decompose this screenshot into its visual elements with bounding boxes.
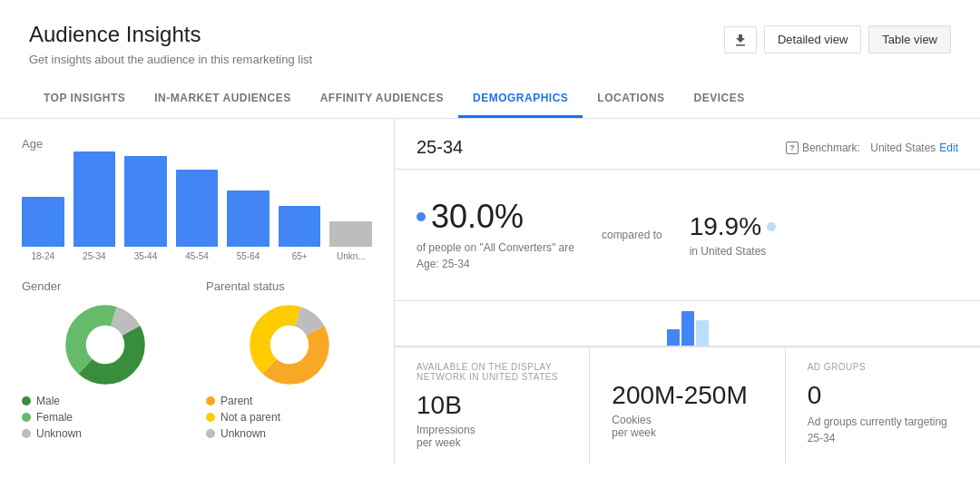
legend-parent: Parent [206,395,372,407]
benchmark-info: ? Benchmark: United States Edit [786,142,958,154]
bar-45-54-fill [176,170,219,247]
main-content: Age 18-24 25-34 35-44 45-54 [0,119,980,464]
secondary-percent-value: 19.9% [690,212,761,241]
main-percent: 30.0% [416,198,574,236]
bar-65plus-fill [279,206,321,247]
tab-in-market[interactable]: IN-MARKET AUDIENCES [140,81,305,118]
bar-unknown-label: Unkn... [337,251,366,261]
ad-groups-group: AD GROUPS 0 Ad groups currently targetin… [786,347,980,464]
bar-25-34-label: 25-34 [83,251,106,261]
download-button[interactable] [724,26,757,54]
tab-devices[interactable]: DEVICES [680,81,760,118]
bar-55-64: 55-64 [227,190,270,261]
secondary-desc: in United States [690,245,776,258]
legend-female: Female [22,411,188,424]
tab-demographics[interactable]: DEMOGRAPHICS [458,81,583,118]
bar-unknown-fill [329,221,372,247]
available-label: AVAILABLE ON THE DISPLAY NETWORK IN UNIT… [416,362,567,382]
tab-affinity[interactable]: AFFINITY AUDIENCES [306,81,458,118]
page-header: Audience Insights Get insights about the… [0,0,980,81]
cookies-group: 200M-250M Cookies per week [590,347,785,464]
benchmark-country: United States [870,142,936,154]
benchmark-icon: ? [786,142,799,154]
charts-row: Gender Male [22,279,372,440]
table-view-button[interactable]: Table view [868,25,951,54]
legend-parent-label: Parent [220,395,252,407]
bar-unknown: Unkn... [329,221,372,261]
mini-bar-area [395,301,980,347]
bottom-stats: AVAILABLE ON THE DISPLAY NETWORK IN UNIT… [395,347,980,464]
bar-45-54-label: 45-54 [185,251,209,261]
legend-male: Male [22,395,188,407]
tab-top-insights[interactable]: TOP INSIGHTS [29,81,140,118]
stat-secondary: 19.9% in United States [690,212,776,258]
age-bar-chart: 18-24 25-34 35-44 45-54 55-64 [22,161,372,261]
benchmark-edit-link[interactable]: Edit [939,142,958,154]
parental-donut [249,304,330,386]
ad-groups-section-label: AD GROUPS [808,362,958,372]
svg-point-3 [87,327,123,363]
cookies-section-label [612,362,762,372]
cookies-label: Cookies per week [612,414,762,439]
gender-donut-container [22,304,188,386]
blue-dot-main [416,212,426,221]
right-panel: 25-34 ? Benchmark: United States Edit 30… [395,119,980,464]
legend-parent-dot [206,396,215,405]
cookies-value: 200M-250M [612,381,762,410]
gender-donut [64,304,146,386]
legend-female-dot [22,413,31,422]
benchmark-label: Benchmark: [802,142,860,154]
bar-55-64-label: 55-64 [237,251,260,261]
legend-not-parent-dot [206,413,215,422]
parental-donut-container [206,304,372,386]
bar-65plus: 65+ [279,206,321,261]
legend-unknown-parental-dot [206,429,215,438]
left-panel: Age 18-24 25-34 35-44 45-54 [0,119,395,464]
gender-legend: Male Female Unknown [22,395,188,440]
bar-18-24: 18-24 [22,197,64,261]
nav-tabs: TOP INSIGHTS IN-MARKET AUDIENCES AFFINIT… [0,81,980,119]
compared-to: compared to [602,229,662,241]
impressions-group: AVAILABLE ON THE DISPLAY NETWORK IN UNIT… [395,347,590,464]
legend-unknown-parental-label: Unknown [220,427,266,440]
legend-unknown-parental: Unknown [206,427,372,440]
age-title: Age [22,137,372,151]
impressions-label: Impressions per week [416,424,567,449]
legend-male-dot [22,396,31,405]
mini-bar-3 [696,320,709,346]
parental-legend: Parent Not a parent Unknown [206,395,372,440]
mini-bar-1 [667,329,680,346]
page-title: Audience Insights [29,22,312,47]
bar-35-44-fill [124,156,167,247]
legend-not-parent-label: Not a parent [220,411,280,424]
stats-section: 30.0% of people on "All Converters" are … [395,170,980,301]
header-left: Audience Insights Get insights about the… [29,22,312,66]
parental-section: Parental status Parent [206,279,372,440]
header-actions: Detailed view Table view [724,25,951,54]
main-percent-value: 30.0% [431,198,524,236]
page-subtitle: Get insights about the audience in this … [29,53,312,66]
ad-groups-desc: Ad groups currently targeting 25-34 [808,414,958,446]
stat-main: 30.0% of people on "All Converters" are … [416,198,574,272]
main-desc-line1: of people on "All Converters" are [416,241,574,254]
legend-unknown-gender-label: Unknown [36,427,82,440]
selected-age: 25-34 [416,137,463,158]
bar-35-44: 35-44 [124,156,167,261]
parental-title: Parental status [206,279,372,293]
gender-title: Gender [22,279,188,293]
bar-45-54: 45-54 [176,170,219,261]
demo-header: 25-34 ? Benchmark: United States Edit [395,119,980,170]
mini-bar-2 [681,311,694,346]
bar-25-34-fill [74,151,116,247]
svg-point-7 [271,327,308,363]
bar-25-34: 25-34 [74,151,116,261]
blue-dot-secondary [767,222,776,231]
legend-male-label: Male [36,395,60,407]
main-desc-line2: Age: 25-34 [416,258,470,270]
detailed-view-button[interactable]: Detailed view [764,25,861,54]
tab-locations[interactable]: LOCATIONS [583,81,679,118]
secondary-percent: 19.9% [690,212,776,241]
gender-section: Gender Male [22,279,188,440]
legend-unknown-gender: Unknown [22,427,188,440]
ad-groups-value: 0 [808,381,958,410]
